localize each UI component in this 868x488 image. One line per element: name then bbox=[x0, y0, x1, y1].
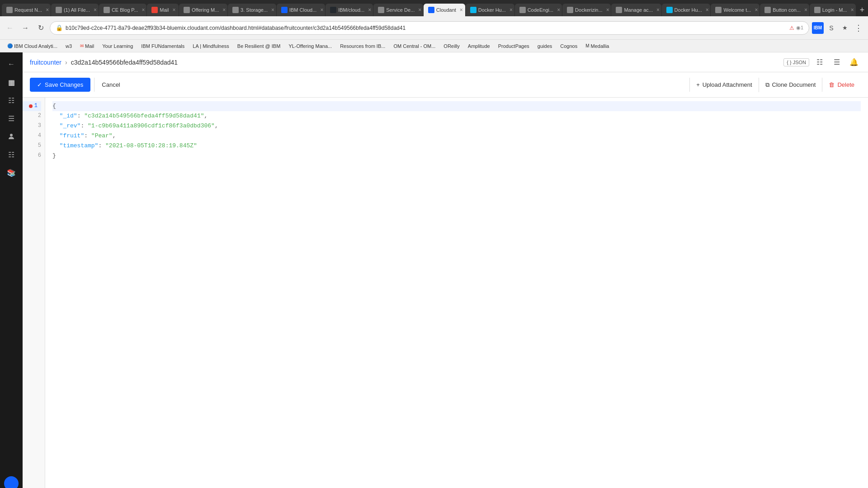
ext-star-icon[interactable]: ★ bbox=[839, 22, 851, 34]
line-num-4: 4 bbox=[38, 131, 41, 141]
tab-ibmgithub[interactable]: IBM/cloud...× bbox=[326, 4, 373, 16]
tab-blog[interactable]: CE Blog P...× bbox=[99, 4, 146, 16]
bookmark-offering[interactable]: YL-Offering Mana... bbox=[285, 42, 335, 50]
tab-manage[interactable]: Manage ac...× bbox=[611, 4, 661, 16]
bookmark-fun[interactable]: IBM FUNdamentals bbox=[137, 42, 188, 50]
reload-button[interactable]: ↻ bbox=[34, 22, 47, 34]
clone-document-button[interactable]: ⧉ Clone Document bbox=[759, 78, 822, 92]
tab-dockerhub2[interactable]: Docker Hu...× bbox=[662, 4, 711, 16]
tab-dockerhub[interactable]: Docker Hu...× bbox=[466, 4, 514, 16]
notification-button[interactable]: 🔔 bbox=[847, 56, 861, 69]
sidebar-list-icon[interactable]: ☰ bbox=[3, 110, 19, 127]
breadcrumb-doc-id: c3d2a14b549566bfeda4ff59d58dad41 bbox=[71, 59, 178, 66]
breadcrumb-actions: { } JSON ☷ ☰ 🔔 bbox=[783, 56, 861, 69]
tab-button[interactable]: Button con...× bbox=[760, 4, 809, 16]
app-container: ← ▦ ☷ ☰ ☷ 📚 Log Out fruitcounter › c3d2a… bbox=[0, 52, 868, 488]
sidebar-database-icon[interactable]: ☷ bbox=[3, 92, 19, 108]
json-badge: { } JSON bbox=[783, 58, 809, 66]
tab-codeengine[interactable]: CodeEngi...× bbox=[515, 4, 562, 16]
breadcrumb-bar: fruitcounter › c3d2a14b549566bfeda4ff59d… bbox=[23, 52, 868, 72]
code-line-2: "_id": "c3d2a14b549566bfeda4ff59d58dad41… bbox=[52, 111, 861, 121]
line-num-3: 3 bbox=[38, 121, 41, 131]
line-numbers: 1 2 3 4 5 6 bbox=[23, 98, 45, 488]
bookmark-ibm-cloud[interactable]: 🔵IBM Cloud Analyti... bbox=[4, 42, 61, 50]
sidebar-dashboard-icon[interactable]: ▦ bbox=[3, 74, 19, 90]
bookmark-w3[interactable]: w3 bbox=[62, 42, 75, 50]
code-line-4: "fruit": "Pear", bbox=[52, 131, 861, 141]
upload-label: Upload Attachment bbox=[703, 81, 752, 88]
cancel-button[interactable]: Cancel bbox=[94, 78, 127, 92]
code-editor[interactable]: { "_id": "c3d2a14b549566bfeda4ff59d58dad… bbox=[45, 98, 868, 488]
tab-dockerizing[interactable]: Dockerizin...× bbox=[562, 4, 611, 16]
security-icon: 🔒 bbox=[56, 24, 63, 31]
line-num-2: 2 bbox=[38, 111, 41, 121]
breadcrumb-separator: › bbox=[65, 59, 67, 66]
sidebar: ← ▦ ☷ ☰ ☷ 📚 Log Out bbox=[0, 52, 23, 488]
bookmark-amplitude[interactable]: Amplitude bbox=[464, 42, 494, 50]
bookmark-medallia[interactable]: MMedallia bbox=[582, 42, 613, 50]
sidebar-docs-icon[interactable]: 📚 bbox=[3, 164, 19, 181]
table-view-button[interactable]: ☷ bbox=[813, 56, 826, 69]
sidebar-globe-icon[interactable]: ☷ bbox=[3, 146, 19, 163]
clone-icon: ⧉ bbox=[765, 81, 769, 89]
tab-request[interactable]: Request N...× bbox=[2, 4, 51, 16]
bookmark-oreilly[interactable]: OReilly bbox=[440, 42, 463, 50]
shield-red-icon: ⚠ bbox=[789, 25, 794, 31]
ext-dots-icon[interactable]: ⋮ bbox=[853, 22, 864, 34]
back-button[interactable]: ← bbox=[4, 22, 16, 34]
sidebar-back-icon[interactable]: ← bbox=[3, 56, 19, 72]
tab-mail[interactable]: Mail× bbox=[147, 4, 179, 16]
upload-attachment-button[interactable]: + Upload Attachment bbox=[689, 78, 758, 92]
meta-view-button[interactable]: ☰ bbox=[830, 56, 844, 69]
tab-cloudant[interactable]: Cloudant× bbox=[424, 4, 465, 16]
nav-bar: ← → ↻ 🔒 b10c79ed-c2ce-4771-8a79-deae2ff9… bbox=[0, 16, 868, 40]
bookmark-learning[interactable]: Your Learning bbox=[99, 42, 137, 50]
bookmark-resilient[interactable]: Be Resilient @ IBM bbox=[234, 42, 284, 50]
address-icons: ⚠ ◉1 bbox=[789, 25, 803, 31]
tab-ibmcloud[interactable]: IBM Cloud...× bbox=[277, 4, 325, 16]
tab-service[interactable]: Service De...× bbox=[373, 4, 423, 16]
save-changes-label: Save Changes bbox=[45, 81, 83, 88]
sidebar-user-icon[interactable] bbox=[3, 128, 19, 145]
code-line-6: } bbox=[52, 151, 861, 161]
line-indicator bbox=[29, 104, 33, 108]
sidebar-bottom: Log Out bbox=[4, 476, 19, 488]
bookmarks-bar: 🔵IBM Cloud Analyti... w3 ✉Mail Your Lear… bbox=[0, 40, 868, 52]
forward-button[interactable]: → bbox=[19, 22, 32, 34]
extension-icon: ◉1 bbox=[796, 25, 803, 31]
delete-label: Delete bbox=[837, 81, 854, 88]
code-line-1: { bbox=[52, 101, 861, 111]
tab-offering[interactable]: Offering M...× bbox=[179, 4, 227, 16]
bookmark-resources[interactable]: Resources from IB... bbox=[336, 42, 389, 50]
ext-ibm-icon[interactable]: IBM bbox=[812, 22, 824, 34]
bookmark-mail[interactable]: ✉Mail bbox=[76, 42, 98, 50]
save-changes-button[interactable]: ✓ Save Changes bbox=[30, 78, 90, 92]
address-bar[interactable]: 🔒 b10c79ed-c2ce-4771-8a79-deae2ff93b34-b… bbox=[50, 21, 809, 35]
code-line-5: "timestamp": "2021-08-05T10:28:19.845Z" bbox=[52, 141, 861, 151]
ext-s-icon[interactable]: S bbox=[826, 22, 837, 34]
avatar[interactable] bbox=[4, 476, 19, 488]
breadcrumb-database[interactable]: fruitcounter bbox=[30, 59, 61, 66]
extensions-area: IBM S ★ ⋮ bbox=[812, 22, 864, 34]
bookmark-productpages[interactable]: ProductPages bbox=[495, 42, 533, 50]
editor-area: 1 2 3 4 5 6 { "_id": "c3d2a14b549566bfed… bbox=[23, 98, 868, 488]
url-text: b10c79ed-c2ce-4771-8a79-deae2ff93b34-blu… bbox=[66, 25, 787, 31]
line-num-5: 5 bbox=[38, 141, 41, 151]
bookmark-mindfulness[interactable]: LA | Mindfulness bbox=[189, 42, 233, 50]
tab-login[interactable]: Login - M...× bbox=[810, 4, 856, 16]
bookmark-cognos[interactable]: Cognos bbox=[557, 42, 581, 50]
toolbar: ✓ Save Changes Cancel + Upload Attachmen… bbox=[23, 72, 868, 98]
main-content: fruitcounter › c3d2a14b549566bfeda4ff59d… bbox=[23, 52, 868, 488]
tab-files[interactable]: (1) All File...× bbox=[51, 4, 99, 16]
new-tab-button[interactable]: + bbox=[856, 4, 868, 16]
line-num-6: 6 bbox=[38, 151, 41, 161]
clone-label: Clone Document bbox=[772, 81, 816, 88]
checkmark-icon: ✓ bbox=[37, 81, 42, 88]
tab-welcome[interactable]: Welcome t...× bbox=[711, 4, 760, 16]
bookmark-om[interactable]: OM Central - OM... bbox=[390, 42, 439, 50]
code-line-3: "_rev": "1-c9b69a411a8906cdf1cf86f3a0dbd… bbox=[52, 121, 861, 131]
delete-button[interactable]: 🗑 Delete bbox=[822, 78, 861, 92]
tab-bar: Request N...× (1) All File...× CE Blog P… bbox=[0, 0, 868, 16]
tab-storage[interactable]: 3. Storage...× bbox=[228, 4, 276, 16]
bookmark-guides[interactable]: guides bbox=[534, 42, 556, 50]
